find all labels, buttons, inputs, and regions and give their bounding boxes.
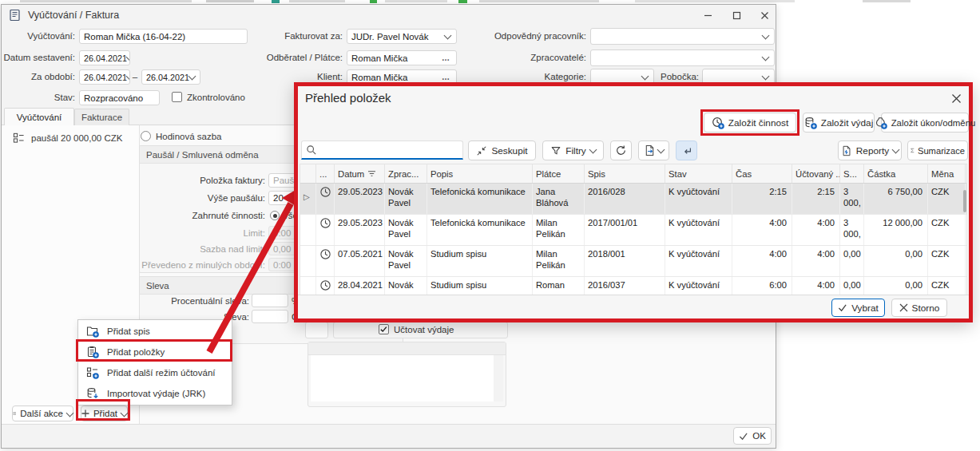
odberatel-input[interactable]: Roman Mička… — [347, 50, 457, 65]
zalozit-vydaj-button[interactable]: Založit výdaj — [803, 113, 875, 133]
note-scrollbar[interactable] — [494, 355, 503, 402]
chevron-down-icon — [66, 409, 74, 417]
fakturovat-za-select[interactable]: JUDr. Pavel Novák — [347, 29, 457, 44]
collapse-arrows-icon — [476, 145, 487, 156]
chevron-down-icon — [762, 72, 770, 80]
cell-cas: 4:00 — [732, 246, 792, 276]
cell-platce: Milan Pelikán — [533, 215, 585, 245]
close-icon — [951, 93, 962, 104]
refresh-button[interactable] — [610, 140, 632, 160]
seskupit-button[interactable]: Seskupit — [468, 140, 536, 160]
ok-button[interactable]: OK — [733, 427, 772, 445]
cell-s: 0,00 — [840, 277, 864, 296]
stav-input[interactable]: Rozpracováno — [79, 90, 160, 105]
check-icon — [739, 432, 748, 441]
column-header-sazba[interactable]: S... — [840, 164, 864, 183]
table-row[interactable]: 28.04.2021NovákStudium spisuRoman2016/03… — [300, 277, 966, 296]
cell-uctovany: 4:00 — [792, 246, 840, 276]
row-gutter — [300, 277, 316, 296]
export-button[interactable] — [638, 140, 669, 160]
zkontrolovano-checkbox[interactable] — [172, 92, 182, 102]
menu-item-4[interactable]: Importovat výdaje (JRK) — [78, 383, 232, 404]
refresh-icon — [615, 144, 627, 156]
items-table: ... Datum Zprac... Popis Plátce Spis Sta… — [300, 164, 967, 296]
moneybag-plus-icon — [875, 117, 887, 129]
cell-spis: 2017/001/01 — [585, 215, 665, 245]
cell-mena: CZK — [928, 277, 966, 296]
menu-item-3[interactable]: Přidat další režim účtování — [78, 362, 232, 383]
column-header-uctovany[interactable]: Účtovaný ... — [792, 164, 840, 183]
cell-mena: CZK — [928, 184, 966, 214]
zahrnute-vsechny-radio[interactable] — [270, 211, 280, 220]
header-gutter — [300, 164, 316, 183]
ellipsis-lookup-button[interactable]: … — [440, 53, 452, 62]
apply-enter-button[interactable] — [676, 140, 697, 160]
search-input[interactable] — [301, 140, 463, 160]
maximize-button[interactable] — [724, 5, 750, 26]
dalsi-akce-button[interactable]: Další akce — [12, 406, 73, 421]
column-header-cas[interactable]: Čas — [732, 164, 792, 183]
cell-cas: 2:15 — [732, 184, 792, 214]
obdobi-do-select[interactable]: 26.04.2021 — [141, 69, 200, 85]
activity-clock-icon — [316, 246, 335, 276]
uctovat-vydaje-label: Učtovat výdaje — [394, 325, 454, 334]
tab-vyuctovani[interactable]: Vyúčtování — [4, 108, 74, 125]
chevron-down-icon — [892, 146, 900, 154]
kategorie-label: Kategorie: — [513, 72, 586, 81]
table-row[interactable]: 07.05.2021Novák PavelStudium spisuMilan … — [300, 246, 966, 277]
menu-item-2[interactable]: Přidat položky — [78, 342, 232, 362]
tab-fakturace[interactable]: Fakturace — [74, 109, 129, 125]
minimize-button[interactable] — [695, 5, 721, 26]
column-header-datum[interactable]: Datum — [335, 164, 385, 183]
footer-separator — [2, 424, 776, 425]
datum-sestaveni-select[interactable]: 26.04.2021 — [79, 50, 130, 65]
table-row[interactable]: ▷29.05.2023Novák PavelTelefonická komuni… — [300, 184, 966, 215]
storno-button[interactable]: Storno — [891, 299, 947, 317]
odpovedny-pracovnik-select[interactable] — [590, 28, 775, 45]
column-header-castka[interactable]: Částka — [864, 164, 928, 183]
column-header-stav[interactable]: Stav — [665, 164, 732, 183]
column-header-type[interactable]: ... — [316, 164, 335, 183]
ellipsis-lookup-button[interactable]: … — [440, 73, 452, 81]
plus-icon — [81, 409, 89, 417]
chevron-down-icon — [444, 31, 452, 39]
column-header-popis[interactable]: Popis — [427, 164, 533, 183]
pridat-button[interactable]: Přidat — [81, 406, 128, 421]
dialog-prehled-polozek: Přehled položek Založit činnost Založit … — [294, 82, 973, 322]
table-header-row: ... Datum Zprac... Popis Plátce Spis Sta… — [300, 164, 966, 184]
reporty-button[interactable]: Reporty — [838, 140, 902, 160]
note-panel-header — [308, 342, 506, 355]
zalozit-ukon-button[interactable]: Založit úkon/odměnu — [881, 113, 969, 133]
sumarizace-button[interactable]: Sumarizace — [907, 140, 968, 160]
hodinova-sazba-radio[interactable] — [141, 131, 151, 141]
close-button[interactable] — [752, 5, 778, 26]
filtry-button[interactable]: Filtry — [542, 140, 604, 160]
column-header-zpracovatel[interactable]: Zprac... — [385, 164, 427, 183]
obdobi-separator: – — [132, 72, 138, 81]
column-header-mena[interactable]: Měna — [928, 164, 966, 183]
dialog-close-button[interactable] — [946, 89, 966, 108]
menu-item-1[interactable]: Přidat spis — [78, 321, 232, 342]
table-row[interactable]: 29.05.2023Novák PavelTelefonická komunik… — [300, 215, 966, 246]
activity-clock-icon — [316, 184, 335, 214]
table-scrollbar[interactable] — [963, 190, 966, 212]
note-textarea[interactable] — [311, 355, 494, 402]
zalozit-cinnost-button[interactable]: Založit činnost — [704, 113, 796, 133]
column-header-spis[interactable]: Spis — [585, 164, 665, 183]
column-header-platce[interactable]: Plátce — [533, 164, 585, 183]
cell-castka: 0,00 — [864, 246, 928, 276]
uctovat-vydaje-checkbox[interactable] — [379, 324, 389, 334]
tree-item-pausal[interactable]: paušál 20 000,00 CZK — [31, 133, 122, 143]
obdobi-od-select[interactable]: 26.04.2021 — [79, 69, 130, 85]
sort-icon — [367, 170, 376, 177]
cell-cas: 6:00 — [732, 277, 792, 296]
zpracovatele-select[interactable] — [590, 49, 775, 66]
vybrat-button[interactable]: Vybrat — [831, 299, 885, 317]
partial-button-stub — [305, 322, 328, 338]
cell-uctovany: 4:00 — [792, 215, 840, 245]
export-page-icon — [644, 144, 656, 156]
procentualni-sleva-input[interactable] — [252, 294, 288, 307]
cell-zprac: Novák Pavel — [385, 184, 427, 214]
sleva-input[interactable] — [252, 310, 288, 323]
vyuctovani-input[interactable]: Roman Mička (16-04-22) — [79, 29, 248, 44]
